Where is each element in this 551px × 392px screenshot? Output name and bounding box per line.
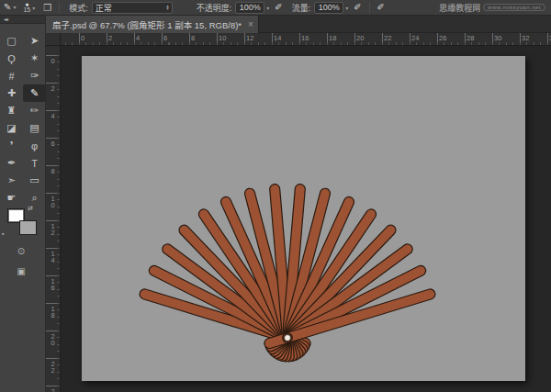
quick-mask-button[interactable]: ⊙ [11,245,31,257]
vertical-ruler-label: 14 [49,250,57,263]
toggle-brush-panel-button[interactable]: ❐ [43,3,51,13]
vertical-ruler-label: 20 [49,332,57,345]
horizontal-ruler-label: 2 [108,34,112,42]
vertical-ruler-label: 16 [49,277,57,290]
horizontal-ruler-label: 18 [329,34,336,42]
horizontal-ruler-label: 16 [301,34,309,42]
tablet-pressure-size-icon[interactable]: ✐ [377,3,385,12]
current-tool-icon[interactable]: ✎ ▾ [4,3,16,12]
horizontal-ruler-label: 32 [522,34,529,42]
horizontal-ruler: -20246810121416182022242628303234 [46,33,551,46]
horizontal-ruler-label: 6 [163,34,167,42]
horizontal-ruler-label: 4 [136,34,140,42]
vertical-ruler-label: 8 [49,167,57,174]
swap-colors-icon[interactable]: ⇄ [28,205,33,212]
type-tool[interactable]: T [23,154,46,172]
rectangular-marquee-tool[interactable]: ▢ [0,32,23,50]
chevron-down-icon: ▾ [13,3,16,12]
opacity-label: 不透明度: [197,2,232,14]
fan-artwork [82,56,525,381]
healing-brush-tool[interactable]: ✚ [0,84,23,102]
blend-mode-select[interactable]: 正常 ▴▾ [92,2,173,14]
brush-tool-icon: ✎ [4,3,11,12]
photoshop-window: ✎ ▾ ● 15 ▾ ❐ 模式: 正常 ▴▾ 不透明度: 100% ▾ ✐ 流量… [0,0,551,392]
chevron-down-icon[interactable]: ▾ [266,5,269,11]
watermark-site-name: 思缘教程网 [439,2,480,14]
vertical-ruler-label: 24 [49,387,57,392]
mode-label: 模式: [69,2,88,14]
canvas[interactable] [82,56,525,381]
horizontal-ruler-label: 14 [274,34,281,42]
horizontal-ruler-label: 28 [467,34,474,42]
pen-tool[interactable]: ✒ [0,154,23,172]
path-selection-tool[interactable]: ➣ [0,172,23,189]
airbrush-icon[interactable]: ✐ [354,3,361,12]
options-bar: ✎ ▾ ● 15 ▾ ❐ 模式: 正常 ▴▾ 不透明度: 100% ▾ ✐ 流量… [0,0,551,16]
opacity-input[interactable]: 100% [235,2,264,14]
chevron-down-icon[interactable]: ▾ [345,5,348,11]
brush-preset-picker[interactable]: ● 15 [23,2,30,13]
history-brush-tool[interactable]: ✏ [23,102,46,119]
brush-tool[interactable]: ✎ [23,84,46,102]
updown-arrows-icon: ▴▾ [166,5,169,11]
horizontal-ruler-label: 20 [356,34,364,42]
vertical-ruler-label: 6 [49,140,57,146]
dodge-tool[interactable]: φ [23,137,46,154]
watermark: 思缘教程网 www.missyuan.net [439,2,545,14]
move-tool[interactable]: ➤ [23,32,46,50]
pasteboard [61,46,551,392]
separator [59,2,60,13]
blend-mode-value: 正常 [96,2,112,14]
horizontal-ruler-label: 12 [246,34,253,42]
horizontal-ruler-label: 22 [384,34,391,42]
horizontal-ruler-label: 26 [439,34,446,42]
vertical-ruler-label: 4 [49,112,57,118]
separator [369,2,370,13]
blur-tool[interactable]: ❜ [0,137,23,154]
tools-panel: ◂◂ ▢➤Ϙ✶#✑✚✎♜✏◪▤❜φ✒T➣▭☛⌕ ▪ ⇄ ⊙ ▣ [0,16,46,392]
document-tab-bar: 扇子.psd @ 67.7% (圆角矩形 1 副本 15, RGB/8)* × [46,16,551,33]
clone-stamp-tool[interactable]: ♜ [0,102,23,119]
vertical-ruler: 024681012141618202224 [46,46,61,392]
crop-tool[interactable]: # [0,67,23,84]
horizontal-ruler-label: 8 [191,34,195,42]
gradient-tool[interactable]: ▤ [23,119,46,137]
vertical-ruler-label: 12 [49,222,57,235]
document-title: 扇子.psd @ 67.7% (圆角矩形 1 副本 15, RGB/8)* [52,18,242,31]
vertical-ruler-label: 18 [49,305,57,318]
flow-input[interactable]: 100% [314,2,343,14]
lasso-tool[interactable]: Ϙ [0,50,23,67]
eraser-tool[interactable]: ◪ [0,119,23,137]
eyedropper-tool[interactable]: ✑ [23,67,46,84]
document-tab[interactable]: 扇子.psd @ 67.7% (圆角矩形 1 副本 15, RGB/8)* × [46,16,259,33]
flow-value: 100% [319,3,340,12]
fan-rivet [285,335,291,342]
vertical-ruler-label: 10 [49,195,57,207]
horizontal-ruler-label: 0 [81,34,84,42]
vertical-ruler-label: 2 [49,84,57,91]
horizontal-ruler-label: 30 [494,34,501,42]
quick-selection-tool[interactable]: ✶ [23,50,46,67]
collapse-panel-button[interactable]: ◂◂ [0,16,45,24]
background-color-swatch[interactable] [19,220,37,235]
watermark-site-url: www.missyuan.net [483,4,545,11]
shape-tool[interactable]: ▭ [23,172,46,189]
vertical-ruler-label: 0 [49,57,57,63]
flow-label: 流量: [292,2,311,14]
brush-size-value: 15 [23,7,30,13]
hand-tool[interactable]: ☛ [0,189,23,207]
horizontal-ruler-label: 10 [219,34,226,42]
opacity-value: 100% [240,3,261,12]
chevron-down-icon[interactable]: ▾ [32,5,35,11]
horizontal-ruler-label: 24 [411,34,419,42]
screen-mode-button[interactable]: ▣ [11,265,31,277]
zoom-tool[interactable]: ⌕ [23,189,46,207]
tools-grid: ▢➤Ϙ✶#✑✚✎♜✏◪▤❜φ✒T➣▭☛⌕ [0,32,45,207]
close-icon[interactable]: × [248,19,253,29]
ruler-corner [46,33,61,46]
default-colors-icon[interactable]: ▪ [2,230,4,237]
tablet-pressure-opacity-icon[interactable]: ✐ [275,3,282,12]
vertical-ruler-label: 22 [49,360,57,373]
